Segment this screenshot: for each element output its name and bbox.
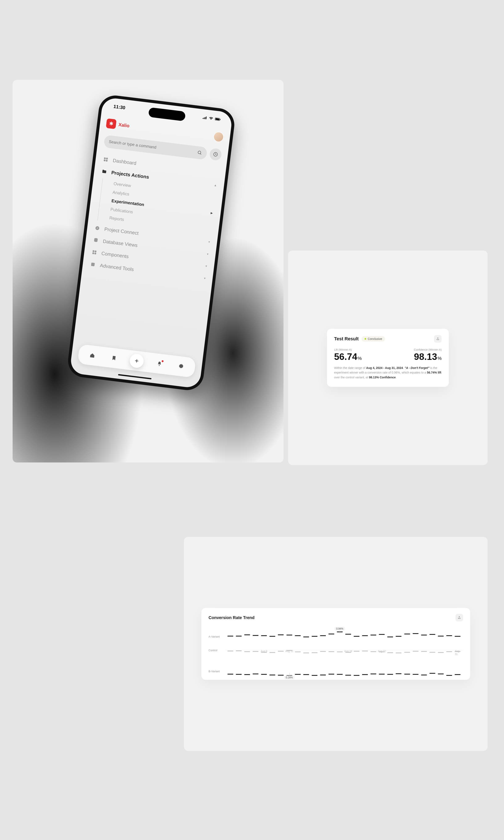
nav-home[interactable] [86, 349, 99, 362]
nav-bell[interactable] [153, 357, 166, 370]
share-icon [457, 616, 461, 619]
share-icon [436, 337, 440, 341]
data-bar [269, 652, 275, 653]
data-bar [379, 634, 385, 635]
data-bar [446, 675, 452, 676]
data-bar [278, 634, 284, 635]
data-bar [371, 635, 376, 635]
data-bar [413, 674, 418, 675]
svg-rect-13 [106, 160, 108, 162]
sidebar-item-label: Dashboard [112, 157, 137, 166]
callout-low: 0.28% [284, 675, 295, 680]
caret-up-icon: ▲ [214, 183, 217, 187]
data-bar [404, 634, 410, 634]
data-bar [354, 675, 360, 676]
gear-icon [178, 363, 184, 369]
data-bar [244, 651, 250, 652]
lift-value: 56.74% [334, 352, 362, 361]
data-bar [446, 651, 452, 652]
confidence-label: Confidence (Winner-A) [414, 348, 442, 351]
data-bar [396, 673, 401, 674]
brand-name: Xalio [118, 122, 130, 128]
plus-icon [134, 358, 140, 364]
share-button[interactable] [434, 335, 442, 343]
data-bar [261, 674, 267, 675]
svg-rect-18 [92, 252, 94, 254]
data-bar [429, 634, 435, 635]
data-bar [295, 651, 301, 652]
data-bar [379, 674, 385, 674]
data-bar [253, 651, 258, 652]
caret-down-icon: ▾ [204, 276, 205, 280]
data-bar [320, 651, 326, 652]
row-label-a: A-Variant [209, 635, 220, 638]
data-bar [303, 652, 309, 653]
nav-add[interactable] [129, 353, 144, 369]
data-bar [328, 651, 334, 652]
sidebar-item-label: Projects Actions [111, 170, 149, 180]
nav-bookmark[interactable] [108, 352, 121, 364]
data-bar [446, 635, 452, 636]
data-bar [286, 635, 292, 635]
data-bar [328, 674, 334, 674]
svg-rect-17 [95, 251, 96, 253]
data-bar [413, 651, 418, 652]
confidence-metric: Confidence (Winner-A) 98.13% [414, 348, 442, 361]
data-bar [337, 651, 343, 652]
data-bar [295, 635, 301, 636]
data-bar [312, 652, 318, 653]
data-bar [228, 674, 233, 674]
history-button[interactable] [209, 148, 222, 161]
chart-body: A-Variant Control B-Variant Aug 8Aug 11A… [209, 626, 463, 674]
data-bar [362, 651, 368, 651]
data-bar [371, 673, 376, 674]
data-bar [244, 634, 250, 635]
nav-settings[interactable] [175, 360, 187, 373]
data-bar [362, 674, 368, 675]
metrics-row: Lift (Winner-A) 56.74% Confidence (Winne… [334, 348, 442, 361]
data-bar [253, 673, 258, 674]
sidebar-item-label: Advanced Tools [100, 262, 134, 272]
data-bar [303, 636, 309, 637]
svg-rect-16 [93, 250, 94, 252]
data-bar [312, 636, 318, 637]
data-bar [362, 635, 368, 636]
svg-rect-3 [206, 117, 207, 119]
result-description: Within the date range of Aug 4, 2024 - A… [334, 365, 442, 380]
data-bar [278, 675, 284, 675]
svg-rect-19 [94, 253, 96, 254]
components-icon [91, 249, 98, 256]
caret-down-icon: ▾ [205, 264, 207, 268]
x-axis-label: Aug 19 [344, 650, 352, 653]
x-axis-label: Aug 22 [378, 650, 386, 653]
chart-share-button[interactable] [455, 614, 463, 621]
data-bar [455, 636, 461, 637]
app-brand[interactable]: ✱ Xalio [106, 118, 130, 131]
caret-down-icon: ▾ [207, 252, 209, 256]
search-input[interactable] [109, 139, 198, 155]
data-bar [337, 674, 343, 675]
svg-rect-6 [220, 119, 220, 120]
bookmark-icon [111, 355, 117, 361]
svg-rect-20 [91, 262, 95, 266]
test-result-panel: Test Result Conclusive Lift (Winner-A) 5… [288, 251, 488, 465]
data-bar [387, 636, 393, 637]
data-bar [455, 674, 461, 675]
sidebar-menu: Dashboard Projects Actions ▲ Overview An… [88, 154, 220, 284]
dynamic-island [148, 107, 186, 121]
row-label-control: Control [209, 649, 217, 652]
data-bar [269, 636, 275, 637]
result-header: Test Result Conclusive [334, 335, 442, 343]
avatar[interactable] [213, 131, 224, 142]
notification-dot [161, 360, 164, 362]
result-title: Test Result [334, 336, 359, 342]
data-bar [261, 635, 267, 636]
sidebar-item-label: Project Connect [104, 226, 139, 236]
badge-dot-icon [364, 338, 366, 340]
battery-icon [215, 117, 221, 122]
sidebar-item-label: Database Views [103, 238, 138, 248]
data-bar [421, 674, 427, 675]
data-bar [303, 674, 309, 675]
data-bar [404, 674, 410, 674]
svg-rect-5 [215, 118, 219, 120]
